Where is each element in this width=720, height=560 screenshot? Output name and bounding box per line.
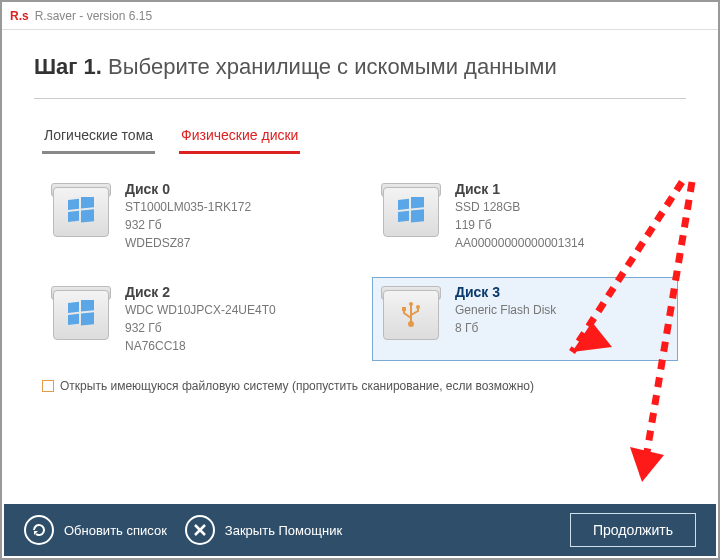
svg-rect-5 xyxy=(411,197,424,209)
close-label: Закрыть Помощник xyxy=(225,523,342,538)
disk-model: SSD 128GB xyxy=(455,199,584,215)
windows-icon xyxy=(66,299,96,329)
footer-bar: Обновить список Закрыть Помощник Продолж… xyxy=(4,504,716,556)
tab-logical-volumes[interactable]: Логические тома xyxy=(42,121,155,154)
disk-size: 119 Гб xyxy=(455,217,584,233)
disk-name: Диск 1 xyxy=(455,181,584,197)
windows-icon xyxy=(66,196,96,226)
tab-bar: Логические тома Физические диски xyxy=(42,121,678,154)
disk-size: 8 Гб xyxy=(455,320,556,336)
close-icon xyxy=(185,515,215,545)
svg-rect-15 xyxy=(402,307,406,311)
disk-size: 932 Гб xyxy=(125,217,251,233)
svg-point-14 xyxy=(408,321,414,327)
drive-icon xyxy=(379,181,443,237)
disk-serial: AA00000000000001314 xyxy=(455,235,584,251)
disk-list: Диск 0 ST1000LM035-1RK172 932 Гб WDEDSZ8… xyxy=(2,154,718,369)
drive-icon xyxy=(49,181,113,237)
close-button[interactable]: Закрыть Помощник xyxy=(185,515,342,545)
refresh-button[interactable]: Обновить список xyxy=(24,515,167,545)
svg-rect-4 xyxy=(398,199,409,210)
svg-rect-1 xyxy=(81,197,94,209)
svg-rect-8 xyxy=(68,301,79,312)
disk-item-0[interactable]: Диск 0 ST1000LM035-1RK172 932 Гб WDEDSZ8… xyxy=(42,174,348,259)
disk-item-1[interactable]: Диск 1 SSD 128GB 119 Гб AA00000000000001… xyxy=(372,174,678,259)
step-title: Шаг 1. Выберите хранилище с искомыми дан… xyxy=(34,54,686,80)
svg-point-16 xyxy=(416,305,420,309)
skip-scan-row: Открыть имеющуюся файловую систему (проп… xyxy=(2,369,718,407)
drive-icon xyxy=(49,284,113,340)
windows-icon xyxy=(396,196,426,226)
refresh-icon xyxy=(24,515,54,545)
refresh-label: Обновить список xyxy=(64,523,167,538)
continue-button[interactable]: Продолжить xyxy=(570,513,696,547)
svg-rect-9 xyxy=(81,300,94,312)
disk-model: Generic Flash Disk xyxy=(455,302,556,318)
step-description: Выберите хранилище с искомыми данными xyxy=(108,54,557,79)
disk-serial: NA76CC18 xyxy=(125,338,276,354)
tab-physical-disks[interactable]: Физические диски xyxy=(179,121,300,154)
step-number: Шаг 1. xyxy=(34,54,102,79)
skip-scan-checkbox[interactable] xyxy=(42,380,54,392)
svg-point-13 xyxy=(409,302,413,306)
svg-rect-6 xyxy=(398,211,409,222)
titlebar: R.s R.saver - version 6.15 xyxy=(2,2,718,30)
app-logo: R.s xyxy=(10,9,29,23)
svg-rect-10 xyxy=(68,313,79,324)
disk-item-2[interactable]: Диск 2 WDC WD10JPCX-24UE4T0 932 Гб NA76C… xyxy=(42,277,348,362)
drive-icon xyxy=(379,284,443,340)
disk-info: Диск 1 SSD 128GB 119 Гб AA00000000000001… xyxy=(455,181,584,252)
svg-rect-11 xyxy=(81,312,94,325)
svg-rect-3 xyxy=(81,209,94,222)
disk-serial: WDEDSZ87 xyxy=(125,235,251,251)
svg-rect-7 xyxy=(411,209,424,222)
disk-name: Диск 2 xyxy=(125,284,276,300)
disk-item-3[interactable]: Диск 3 Generic Flash Disk 8 Гб xyxy=(372,277,678,362)
svg-rect-2 xyxy=(68,211,79,222)
disk-model: ST1000LM035-1RK172 xyxy=(125,199,251,215)
disk-name: Диск 0 xyxy=(125,181,251,197)
wizard-header: Шаг 1. Выберите хранилище с искомыми дан… xyxy=(2,30,718,98)
disk-info: Диск 0 ST1000LM035-1RK172 932 Гб WDEDSZ8… xyxy=(125,181,251,252)
disk-info: Диск 3 Generic Flash Disk 8 Гб xyxy=(455,284,556,336)
app-window: R.s R.saver - version 6.15 Шаг 1. Выбери… xyxy=(0,0,720,560)
window-title: R.saver - version 6.15 xyxy=(35,9,152,23)
divider xyxy=(34,98,686,99)
disk-size: 932 Гб xyxy=(125,320,276,336)
skip-scan-label: Открыть имеющуюся файловую систему (проп… xyxy=(60,379,534,393)
svg-rect-0 xyxy=(68,199,79,210)
disk-info: Диск 2 WDC WD10JPCX-24UE4T0 932 Гб NA76C… xyxy=(125,284,276,355)
disk-model: WDC WD10JPCX-24UE4T0 xyxy=(125,302,276,318)
disk-name: Диск 3 xyxy=(455,284,556,300)
usb-icon xyxy=(396,299,426,329)
